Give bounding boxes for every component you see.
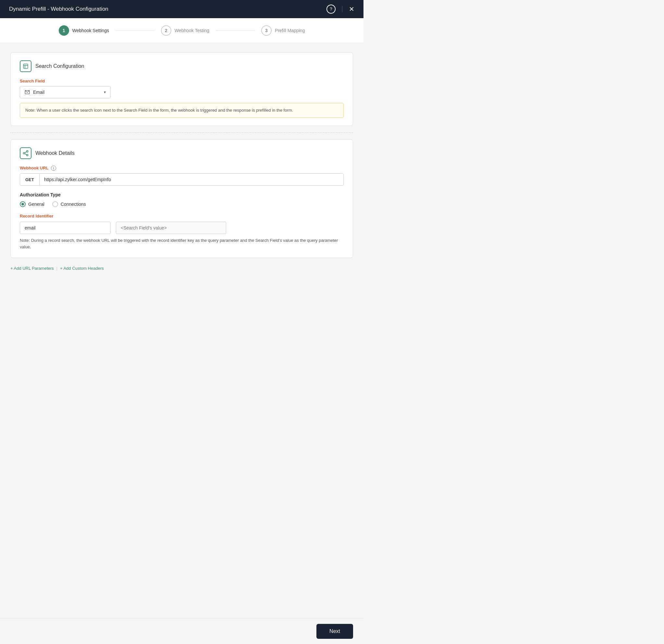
svg-line-7 bbox=[25, 153, 27, 154]
webhook-url-input[interactable] bbox=[40, 174, 344, 185]
record-id-label: Record Identifier bbox=[20, 213, 344, 219]
action-link-divider: | bbox=[57, 266, 58, 271]
dropdown-value: Email bbox=[33, 89, 44, 95]
search-field-label: Search Field bbox=[20, 79, 344, 83]
webhook-details-icon bbox=[20, 147, 32, 159]
step-1-circle: 1 bbox=[59, 25, 69, 36]
svg-point-5 bbox=[23, 152, 25, 154]
header-divider bbox=[342, 6, 343, 12]
record-identifier-row bbox=[20, 222, 344, 234]
svg-point-6 bbox=[27, 154, 28, 156]
step-1: 1 Webhook Settings bbox=[59, 25, 109, 36]
add-url-params-link[interactable]: + Add URL Parameters bbox=[11, 266, 54, 271]
step-3-circle: 3 bbox=[261, 25, 272, 36]
webhook-details-card: Webhook Details Webhook URL i GET Author… bbox=[11, 139, 353, 258]
search-config-header: Search Configuration bbox=[20, 60, 344, 72]
record-id-value-input[interactable] bbox=[116, 222, 226, 234]
step-connector-2 bbox=[216, 30, 255, 31]
step-1-label: Webhook Settings bbox=[72, 28, 109, 33]
radio-general[interactable]: General bbox=[20, 201, 44, 207]
chevron-down-icon: ▾ bbox=[104, 90, 106, 95]
help-icon[interactable]: ? bbox=[327, 4, 336, 14]
search-config-card: Search Configuration Search Field Email … bbox=[11, 52, 353, 126]
header-actions: ? ✕ bbox=[327, 4, 354, 14]
record-id-key-input[interactable] bbox=[20, 222, 111, 234]
action-links: + Add URL Parameters | + Add Custom Head… bbox=[11, 266, 353, 271]
step-3: 3 Prefill Mapping bbox=[261, 25, 305, 36]
radio-group: General Connections bbox=[20, 201, 344, 207]
record-note: Note: During a record search, the webhoo… bbox=[20, 237, 344, 250]
stepper: 1 Webhook Settings 2 Webhook Testing 3 P… bbox=[0, 18, 364, 43]
webhook-url-info-icon[interactable]: i bbox=[51, 166, 56, 171]
auth-section: Authorization Type General Connections bbox=[20, 192, 344, 207]
step-2-label: Webhook Testing bbox=[174, 28, 209, 33]
webhook-details-title: Webhook Details bbox=[35, 150, 75, 156]
dropdown-left: Email bbox=[25, 89, 44, 95]
search-config-icon bbox=[20, 60, 32, 72]
close-icon[interactable]: ✕ bbox=[349, 5, 354, 13]
webhook-details-header: Webhook Details bbox=[20, 147, 344, 159]
svg-point-4 bbox=[27, 150, 28, 152]
auth-label: Authorization Type bbox=[20, 192, 344, 198]
radio-general-circle bbox=[20, 201, 26, 207]
radio-general-dot bbox=[21, 203, 24, 206]
add-custom-headers-link[interactable]: + Add Custom Headers bbox=[60, 266, 104, 271]
step-2: 2 Webhook Testing bbox=[161, 25, 209, 36]
section-divider bbox=[11, 132, 353, 133]
step-connector-1 bbox=[116, 30, 154, 31]
app-header: Dynamic Prefill - Webhook Configuration … bbox=[0, 0, 364, 18]
step-2-circle: 2 bbox=[161, 25, 171, 36]
svg-line-8 bbox=[25, 151, 27, 152]
webhook-url-label: Webhook URL i bbox=[20, 166, 344, 171]
search-field-dropdown[interactable]: Email ▾ bbox=[20, 86, 111, 98]
webhook-url-field: GET bbox=[20, 173, 344, 186]
radio-connections-label: Connections bbox=[61, 202, 86, 207]
svg-rect-0 bbox=[23, 64, 28, 68]
search-config-title: Search Configuration bbox=[35, 63, 84, 69]
step-3-label: Prefill Mapping bbox=[275, 28, 305, 33]
radio-general-label: General bbox=[28, 202, 44, 207]
search-config-note: Note: When a user clicks the search icon… bbox=[20, 103, 344, 118]
radio-connections[interactable]: Connections bbox=[52, 201, 86, 207]
url-method-badge: GET bbox=[20, 174, 40, 185]
radio-connections-circle bbox=[52, 201, 58, 207]
main-content: Search Configuration Search Field Email … bbox=[0, 43, 364, 306]
page-title: Dynamic Prefill - Webhook Configuration bbox=[9, 6, 108, 12]
